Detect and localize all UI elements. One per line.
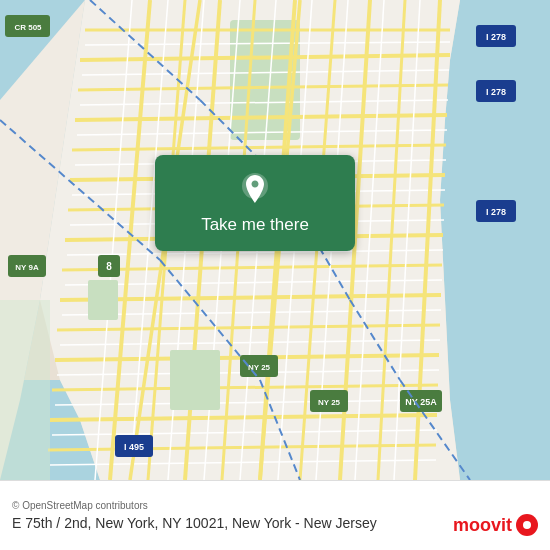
svg-marker-2	[440, 0, 550, 480]
svg-text:8: 8	[106, 261, 112, 272]
svg-text:I 278: I 278	[486, 207, 506, 217]
svg-text:NY 25: NY 25	[318, 398, 341, 407]
map-pin-icon	[237, 171, 273, 207]
bottom-bar: © OpenStreetMap contributors E 75th / 2n…	[0, 480, 550, 550]
moovit-brand-text: moovit	[453, 515, 512, 536]
button-overlay: Take me there	[155, 155, 355, 251]
svg-rect-88	[170, 350, 220, 410]
svg-rect-86	[0, 300, 50, 480]
map-container: I 278 I 278 I 278 CR 505 NY 9A NY 25 NY …	[0, 0, 550, 480]
take-me-there-button[interactable]: Take me there	[155, 155, 355, 251]
svg-text:I 278: I 278	[486, 32, 506, 42]
svg-text:CR 505: CR 505	[14, 23, 42, 32]
take-me-there-label: Take me there	[201, 215, 309, 235]
osm-attribution: © OpenStreetMap contributors	[12, 500, 538, 511]
moovit-dot-icon	[516, 514, 538, 536]
svg-text:I 278: I 278	[486, 87, 506, 97]
moovit-logo: moovit	[453, 514, 538, 536]
svg-text:I 495: I 495	[124, 442, 144, 452]
svg-text:NY 9A: NY 9A	[15, 263, 39, 272]
svg-text:NY 25A: NY 25A	[405, 397, 437, 407]
moovit-dot-inner	[523, 521, 531, 529]
svg-rect-87	[88, 280, 118, 320]
